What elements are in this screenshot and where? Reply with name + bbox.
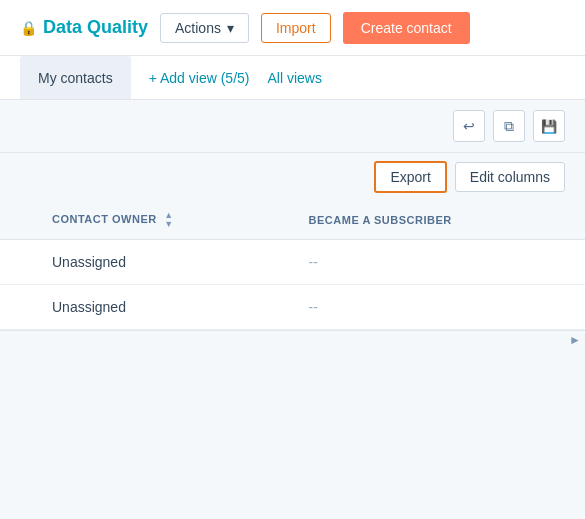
page-title-area: 🔒 Data Quality (20, 17, 148, 38)
import-button[interactable]: Import (261, 13, 331, 43)
tabs-bar: My contacts + Add view (5/5) All views (0, 56, 585, 100)
save-button[interactable]: 💾 (533, 110, 565, 142)
undo-icon: ↩ (463, 118, 475, 134)
tab-my-contacts[interactable]: My contacts (20, 56, 131, 99)
undo-button[interactable]: ↩ (453, 110, 485, 142)
copy-button[interactable]: ⧉ (493, 110, 525, 142)
actions-row: Export Edit columns (0, 153, 585, 201)
contacts-table: CONTACT OWNER ▲▼ BECAME A SUBSCRIBER Una… (0, 201, 585, 330)
td-contact-owner-2: Unassigned (36, 285, 293, 330)
chevron-down-icon: ▾ (227, 20, 234, 36)
td-selector-2 (0, 285, 36, 330)
header: 🔒 Data Quality Actions ▾ Import Create c… (0, 0, 585, 56)
edit-columns-button[interactable]: Edit columns (455, 162, 565, 192)
sort-icon: ▲▼ (164, 211, 173, 229)
create-contact-button[interactable]: Create contact (343, 12, 470, 44)
th-became-subscriber[interactable]: BECAME A SUBSCRIBER (293, 201, 585, 240)
actions-label: Actions (175, 20, 221, 36)
export-button[interactable]: Export (374, 161, 446, 193)
scroll-right-icon: ► (569, 333, 581, 347)
table-row: Unassigned -- (0, 285, 585, 330)
th-selector (0, 201, 36, 240)
th-contact-owner[interactable]: CONTACT OWNER ▲▼ (36, 201, 293, 240)
lock-icon: 🔒 (20, 20, 37, 36)
tab-all-views[interactable]: All views (267, 70, 321, 86)
save-icon: 💾 (541, 119, 557, 134)
td-became-subscriber-1: -- (293, 240, 585, 285)
tab-add-view[interactable]: + Add view (5/5) (131, 70, 268, 86)
table-header-row: CONTACT OWNER ▲▼ BECAME A SUBSCRIBER (0, 201, 585, 240)
table-row: Unassigned -- (0, 240, 585, 285)
td-contact-owner-1: Unassigned (36, 240, 293, 285)
scroll-arrow-row: ► (0, 330, 585, 348)
actions-button[interactable]: Actions ▾ (160, 13, 249, 43)
td-selector-1 (0, 240, 36, 285)
toolbar-area: ↩ ⧉ 💾 (0, 100, 585, 153)
td-became-subscriber-2: -- (293, 285, 585, 330)
page-title: Data Quality (43, 17, 148, 38)
copy-icon: ⧉ (504, 118, 514, 135)
